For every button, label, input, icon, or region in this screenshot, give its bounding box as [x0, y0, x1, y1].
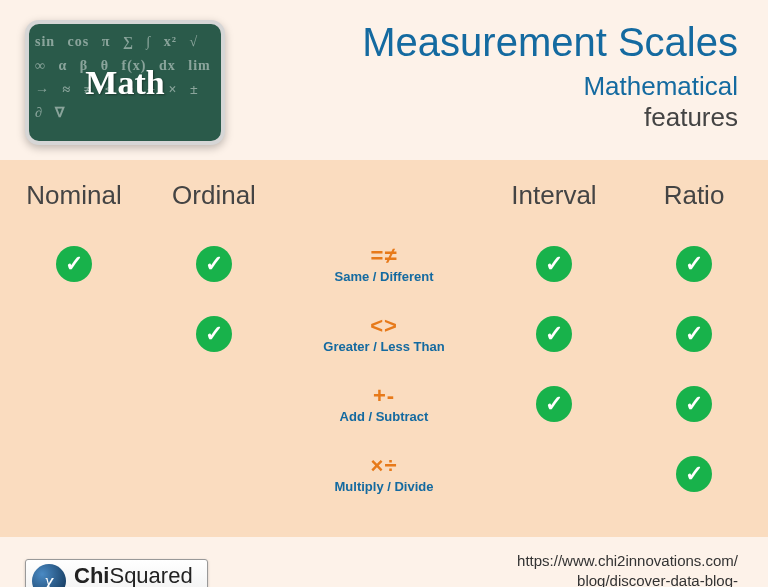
logo-bold: Chi — [74, 563, 109, 587]
matrix-row-add-subtract: +- Add / Subtract ✓ ✓ — [0, 369, 768, 439]
header: Math Measurement Scales Mathematical fea… — [0, 0, 768, 160]
chi-icon: χ — [32, 564, 66, 587]
check-icon: ✓ — [196, 316, 232, 352]
source-url: https://www.chi2innovations.com/ blog/di… — [517, 551, 738, 587]
op-label: Same / Different — [284, 270, 484, 284]
check-icon: ✓ — [536, 386, 572, 422]
logo-rest: Squared — [109, 563, 192, 587]
operation-greater-less: <> Greater / Less Than — [284, 314, 484, 354]
cell-nominal-0: ✓ — [4, 246, 144, 282]
cell-ratio-1: ✓ — [624, 316, 764, 352]
op-symbol: <> — [284, 314, 484, 338]
col-head-ordinal: Ordinal — [144, 180, 284, 229]
col-head-spacer — [284, 204, 484, 205]
col-head-nominal: Nominal — [4, 180, 144, 229]
cell-interval-0: ✓ — [484, 246, 624, 282]
op-symbol: ×÷ — [284, 454, 484, 478]
op-label: Greater / Less Than — [284, 340, 484, 354]
check-icon: ✓ — [676, 456, 712, 492]
title-block: Measurement Scales Mathematical features — [362, 20, 738, 133]
operation-multiply-divide: ×÷ Multiply / Divide — [284, 454, 484, 494]
page-subtitle-1: Mathematical — [362, 71, 738, 102]
cell-ratio-0: ✓ — [624, 246, 764, 282]
chisquared-logo: χ ChiSquared Innovations — [25, 559, 208, 587]
operation-add-subtract: +- Add / Subtract — [284, 384, 484, 424]
check-icon: ✓ — [196, 246, 232, 282]
check-icon: ✓ — [536, 316, 572, 352]
check-icon: ✓ — [676, 386, 712, 422]
page-title: Measurement Scales — [362, 20, 738, 65]
cell-ratio-3: ✓ — [624, 456, 764, 492]
cell-ordinal-1: ✓ — [144, 316, 284, 352]
check-icon: ✓ — [676, 316, 712, 352]
op-label: Multiply / Divide — [284, 480, 484, 494]
column-headers-row: Nominal Ordinal Interval Ratio — [0, 180, 768, 229]
check-icon: ✓ — [56, 246, 92, 282]
matrix-row-same-different: ✓ ✓ =≠ Same / Different ✓ ✓ — [0, 229, 768, 299]
col-head-interval: Interval — [484, 180, 624, 229]
url-line-1: https://www.chi2innovations.com/ — [517, 551, 738, 571]
col-head-ratio: Ratio — [624, 180, 764, 229]
cell-interval-1: ✓ — [484, 316, 624, 352]
op-symbol: =≠ — [284, 244, 484, 268]
logo-text: ChiSquared Innovations — [74, 565, 193, 587]
page-subtitle-2: features — [362, 102, 738, 133]
check-icon: ✓ — [676, 246, 712, 282]
op-symbol: +- — [284, 384, 484, 408]
cell-ratio-2: ✓ — [624, 386, 764, 422]
math-chalkboard-image: Math — [25, 20, 225, 145]
check-icon: ✓ — [536, 246, 572, 282]
logo-main: ChiSquared — [74, 565, 193, 587]
cell-interval-2: ✓ — [484, 386, 624, 422]
cell-ordinal-0: ✓ — [144, 246, 284, 282]
url-line-2: blog/discover-data-blog- — [517, 571, 738, 587]
feature-matrix: Nominal Ordinal Interval Ratio ✓ ✓ =≠ Sa… — [0, 160, 768, 537]
op-label: Add / Subtract — [284, 410, 484, 424]
matrix-row-multiply-divide: ×÷ Multiply / Divide ✓ — [0, 439, 768, 509]
math-card-label: Math — [85, 64, 164, 102]
footer: χ ChiSquared Innovations https://www.chi… — [0, 537, 768, 587]
matrix-row-greater-less: ✓ <> Greater / Less Than ✓ ✓ — [0, 299, 768, 369]
operation-same-different: =≠ Same / Different — [284, 244, 484, 284]
